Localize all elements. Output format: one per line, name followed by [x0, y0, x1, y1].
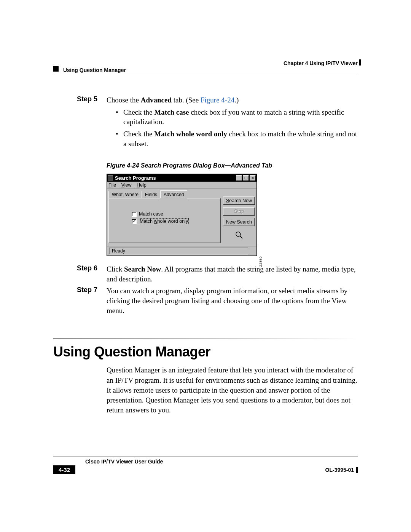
dialog-title: Search Programs	[115, 175, 235, 181]
text: Click	[107, 265, 124, 273]
step-6-body: Click Search Now. All programs that matc…	[107, 264, 358, 284]
magnifier-icon	[235, 231, 243, 239]
text: Check the	[123, 108, 154, 116]
menu-help[interactable]: Help	[137, 182, 147, 188]
chapter-label: Chapter 4 Using IP/TV Viewer	[284, 60, 358, 66]
close-button[interactable]: ×	[250, 175, 256, 181]
step-7-label: Step 7	[53, 286, 107, 315]
figure-link[interactable]: Figure 4-24	[201, 96, 234, 104]
resize-grip-icon	[248, 248, 254, 254]
footer-accent-bar	[356, 467, 358, 473]
step-6: Step 6 Click Search Now. All programs th…	[53, 264, 358, 284]
maximize-button[interactable]: □	[243, 175, 249, 181]
menu-bar: File View Help	[107, 182, 256, 189]
tab-advanced[interactable]: Advanced	[160, 190, 187, 198]
side-buttons: Search Now Stop New Search	[223, 190, 255, 244]
text: Choose the	[107, 96, 141, 104]
header-accent-bar	[359, 59, 361, 66]
match-whole-word-row: Match whole word only	[132, 218, 220, 224]
qm-intro-paragraph: Question Manager is an integrated featur…	[107, 365, 358, 415]
minimize-button[interactable]: _	[236, 175, 242, 181]
menu-file[interactable]: File	[108, 182, 116, 188]
heading-using-question-manager: Using Question Manager	[53, 344, 358, 360]
section-divider	[53, 338, 358, 339]
match-whole-word-label: Match whole word only	[139, 218, 189, 224]
page-number: 4-32	[53, 465, 75, 474]
svg-point-0	[236, 232, 241, 236]
status-bar: Ready	[107, 246, 256, 256]
running-header: Chapter 4 Using IP/TV Viewer Using Quest…	[53, 61, 358, 76]
section-label: Using Question Manager	[63, 67, 126, 73]
text-bold: Advanced	[141, 96, 172, 104]
bullet-item: Check the Match whole word only check bo…	[116, 129, 358, 149]
search-programs-dialog: Search Programs _ □ × File View Help Wha…	[107, 174, 257, 256]
text: Check the	[123, 130, 154, 138]
step-7: Step 7 You can watch a program, display …	[53, 286, 358, 315]
step-7-body: You can watch a program, display program…	[107, 286, 358, 315]
svg-line-1	[240, 236, 243, 239]
tab-what-where[interactable]: What, Where	[108, 191, 142, 198]
app-icon	[108, 175, 113, 181]
step-5-bullets: Check the Match case check box if you wa…	[107, 107, 358, 149]
tab-panel-advanced: Match case Match whole word only	[108, 198, 221, 243]
bullet-item: Check the Match case check box if you wa…	[116, 107, 358, 127]
match-whole-word-checkbox[interactable]	[132, 219, 137, 224]
figure-id-label: 22850	[259, 256, 263, 267]
header-square-icon	[53, 66, 59, 72]
match-case-checkbox[interactable]	[132, 212, 137, 217]
menu-view[interactable]: View	[121, 182, 132, 188]
status-text: Ready	[109, 248, 248, 254]
match-case-row: Match case	[132, 211, 220, 217]
text: .)	[234, 96, 239, 104]
new-search-button[interactable]: New Search	[223, 218, 255, 226]
document-number: OL-3995-01	[325, 467, 354, 473]
step-6-label: Step 6	[53, 264, 107, 284]
titlebar: Search Programs _ □ ×	[107, 174, 256, 182]
step-5: Step 5 Choose the Advanced tab. (See Fig…	[53, 95, 358, 151]
figure-4-24: Search Programs _ □ × File View Help Wha…	[107, 174, 358, 256]
search-now-button[interactable]: Search Now	[223, 197, 255, 205]
page-content: Chapter 4 Using IP/TV Viewer Using Quest…	[53, 61, 358, 415]
stop-button: Stop	[223, 207, 255, 216]
step-5-label: Step 5	[53, 95, 107, 151]
footer-guide-title: Cisco IP/TV Viewer User Guide	[85, 459, 358, 465]
text-bold: Match case	[154, 108, 189, 116]
text-bold: Search Now	[124, 265, 161, 273]
tabs-row: What, Where Fields Advanced	[108, 190, 221, 198]
tab-fields[interactable]: Fields	[142, 191, 161, 198]
figure-caption: Figure 4-24 Search Programs Dialog Box—A…	[107, 162, 358, 169]
text: tab. (See	[172, 96, 201, 104]
step-5-body: Choose the Advanced tab. (See Figure 4-2…	[107, 95, 358, 151]
match-case-label: Match case	[139, 211, 163, 217]
tab-area: What, Where Fields Advanced Match case M…	[108, 190, 221, 244]
running-footer: Cisco IP/TV Viewer User Guide 4-32 OL-39…	[53, 457, 358, 474]
text-bold: Match whole word only	[154, 130, 227, 138]
dialog-body: What, Where Fields Advanced Match case M…	[107, 189, 256, 246]
